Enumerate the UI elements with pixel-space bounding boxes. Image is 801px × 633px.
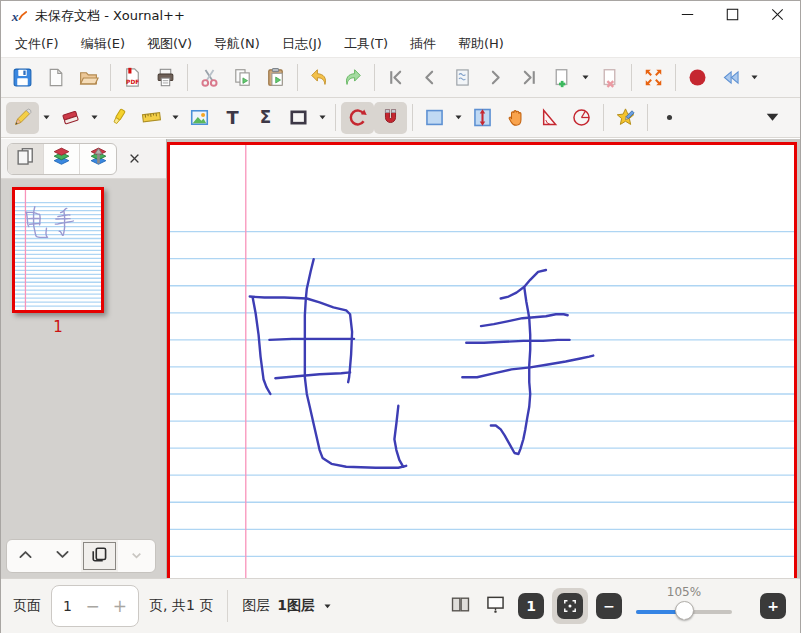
menu-tools[interactable]: 工具(T) <box>333 31 399 57</box>
next-annotated-page-button[interactable] <box>446 62 479 94</box>
caret-down-icon <box>762 107 783 128</box>
shape-recognizer-button[interactable] <box>609 102 642 134</box>
menu-journal[interactable]: 日志(J) <box>271 31 333 57</box>
print-button[interactable] <box>149 62 182 94</box>
app-logo-icon: x <box>10 7 28 25</box>
insert-page-button[interactable] <box>545 62 578 94</box>
undo-button[interactable] <box>303 62 336 94</box>
menu-help[interactable]: 帮助(H) <box>447 31 515 57</box>
zoom-in-button[interactable]: + <box>760 593 786 619</box>
toolbar-more-button[interactable] <box>756 102 789 134</box>
ruler-icon <box>141 107 162 128</box>
pen-tool-dropdown[interactable] <box>39 102 54 134</box>
presentation-mode-button[interactable] <box>481 592 510 621</box>
menu-navigation[interactable]: 导航(N) <box>203 31 271 57</box>
delete-page-button[interactable] <box>593 62 626 94</box>
page-down-button[interactable] <box>44 540 81 572</box>
layer-selector[interactable]: 图层 1图层 <box>242 597 333 615</box>
zoom-slider-thumb[interactable] <box>675 601 694 620</box>
cut-icon <box>199 67 220 88</box>
shape-recognizer-icon <box>615 107 636 128</box>
fullscreen-icon <box>643 67 664 88</box>
paste-button[interactable] <box>259 62 292 94</box>
document-page[interactable] <box>167 142 797 578</box>
record-audio-button[interactable] <box>681 62 714 94</box>
preview-layerstack-tab[interactable] <box>80 144 116 174</box>
menu-view[interactable]: 视图(V) <box>136 31 203 57</box>
ruler-tool-dropdown[interactable] <box>168 102 183 134</box>
text-tool-button[interactable]: T <box>216 102 249 134</box>
image-tool-button[interactable] <box>183 102 216 134</box>
page-spin-label: 页面 <box>13 597 41 615</box>
chevron-down-icon <box>317 108 328 127</box>
hand-icon <box>505 107 526 128</box>
line-thickness-fine-button[interactable] <box>653 102 686 134</box>
new-document-button[interactable] <box>39 62 72 94</box>
zoom-100-button[interactable]: 1 <box>518 593 544 619</box>
duplicate-page-button[interactable] <box>81 540 118 572</box>
page-number-decrement[interactable]: − <box>86 596 100 616</box>
first-page-button[interactable] <box>380 62 413 94</box>
page-number-spinbox[interactable]: 1 − + <box>51 585 139 627</box>
eraser-tool-dropdown[interactable] <box>87 102 102 134</box>
page-thumbnail[interactable] <box>12 187 104 313</box>
last-page-button[interactable] <box>512 62 545 94</box>
pen-tool-button[interactable] <box>6 102 39 134</box>
go-prev-icon <box>419 67 440 88</box>
print-icon <box>155 67 176 88</box>
next-page-button[interactable] <box>479 62 512 94</box>
eraser-tool-button[interactable] <box>54 102 87 134</box>
menu-edit[interactable]: 编辑(E) <box>70 31 136 57</box>
rewind-audio-dropdown[interactable] <box>747 62 762 94</box>
fullscreen-button[interactable] <box>637 62 670 94</box>
rewind-audio-button[interactable] <box>714 62 747 94</box>
setsquare-tool-button[interactable] <box>532 102 565 134</box>
math-tex-tool-button[interactable]: Σ <box>249 102 282 134</box>
export-pdf-button[interactable]: PDF <box>116 62 149 94</box>
magnet-icon <box>380 107 401 128</box>
cut-button[interactable] <box>193 62 226 94</box>
maximize-button[interactable] <box>710 1 755 31</box>
hand-tool-button[interactable] <box>499 102 532 134</box>
page-ink-layer <box>170 145 794 578</box>
minimize-button[interactable] <box>665 1 710 31</box>
preview-pages-tab[interactable] <box>8 144 44 174</box>
paired-pages-button[interactable] <box>446 592 475 621</box>
rotation-snapping-button[interactable] <box>341 102 374 134</box>
vertical-space-tool-button[interactable] <box>466 102 499 134</box>
save-button[interactable] <box>6 62 39 94</box>
pair-view-icon <box>450 594 471 618</box>
redo-button[interactable] <box>336 62 369 94</box>
page-annotated-icon <box>452 67 473 88</box>
menu-file[interactable]: 文件(F) <box>4 31 70 57</box>
zoom-out-button[interactable]: − <box>596 593 622 619</box>
open-button[interactable] <box>72 62 105 94</box>
select-rectangle-button[interactable] <box>418 102 451 134</box>
compass-tool-button[interactable] <box>565 102 598 134</box>
copy-button[interactable] <box>226 62 259 94</box>
preview-layers-tab[interactable] <box>44 144 80 174</box>
grid-snapping-button[interactable] <box>374 102 407 134</box>
menu-bar: 文件(F)编辑(E)视图(V)导航(N)日志(J)工具(T)插件帮助(H) <box>1 31 800 58</box>
title-bar: x 未保存文档 - Xournal++ <box>1 1 800 31</box>
toolbar-separator <box>647 104 648 131</box>
move-page-button[interactable] <box>118 540 155 572</box>
close-button[interactable] <box>755 1 800 31</box>
menu-plugins[interactable]: 插件 <box>399 31 447 57</box>
shape-tool-button[interactable] <box>282 102 315 134</box>
page-number-increment[interactable]: + <box>113 596 127 616</box>
insert-page-dropdown[interactable] <box>578 62 593 94</box>
window-controls <box>665 1 800 31</box>
toolbar-main: PDF <box>1 58 800 98</box>
select-rectangle-dropdown[interactable] <box>451 102 466 134</box>
shape-tool-dropdown[interactable] <box>315 102 330 134</box>
zoom-fit-button[interactable] <box>557 593 583 619</box>
highlighter-tool-button[interactable] <box>102 102 135 134</box>
go-last-icon <box>518 67 539 88</box>
page-up-button[interactable] <box>7 540 44 572</box>
layer-dropdown-icon <box>322 601 333 612</box>
zoom-slider-wrap: 105% <box>636 584 732 628</box>
previous-page-button[interactable] <box>413 62 446 94</box>
ruler-tool-button[interactable] <box>135 102 168 134</box>
sidebar-close-button[interactable] <box>122 147 146 171</box>
